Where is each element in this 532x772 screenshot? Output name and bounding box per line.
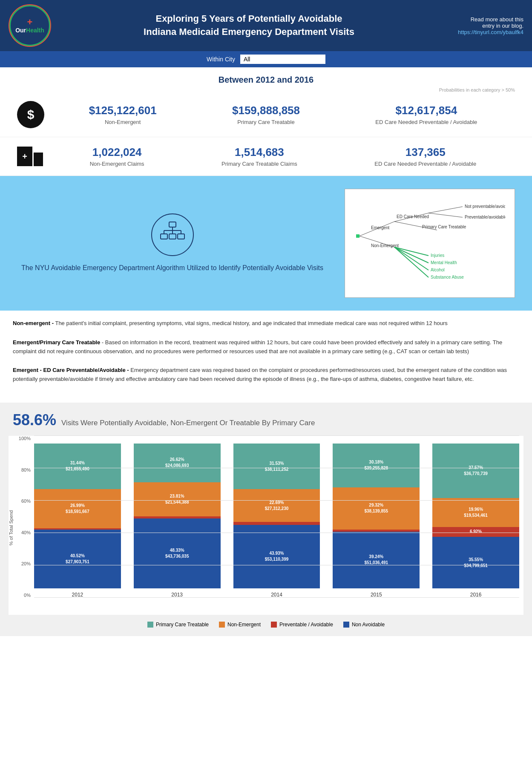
header-blog: Read more about this entry in our blog. … <box>447 16 523 35</box>
stacked-bar-2015: 30.18%$39,255,82829.32%$38,139,85539.24%… <box>333 444 420 588</box>
algo-diagram: Emergent ED Care Needed Not preventable/… <box>345 189 515 298</box>
algorithm-section: The NYU Avoidable Emergency Department A… <box>0 176 532 311</box>
bar-column-2014: 31.53%$38,111,25222.69%$27,312,23043.93%… <box>233 444 320 598</box>
bar-seg-primary-care: 37.57%$36,770,739 <box>432 444 519 498</box>
logo: + OurHealth <box>9 4 51 47</box>
legend-preventable-label: Preventable / Avoidable <box>279 622 333 628</box>
legend-primary-care-box <box>147 622 153 628</box>
legend-non-avoidable-label: Non Avoidable <box>352 622 385 628</box>
bar-year-label: 2013 <box>171 592 183 598</box>
stat-ed-care-dollar: $12,617,854 ED Care Needed Preventable /… <box>375 104 477 125</box>
prob-note: Probabilities in each category > 50% <box>0 87 532 92</box>
svg-text:Injuries: Injuries <box>431 253 444 258</box>
bar-seg-non-avoidable: 43.93%$53,110,399 <box>233 525 320 588</box>
header-filter: Within City <box>0 51 532 67</box>
svg-line-24 <box>394 247 428 263</box>
non-emergent-dollar-value: $125,122,601 <box>89 104 157 117</box>
blog-link[interactable]: https://tinyurl.com/ybaulfk4 <box>458 29 523 35</box>
bar-seg-non-emergent: 19.96%$19,534,461 <box>432 498 519 527</box>
stacked-bar-2013: 26.62%$24,086,69323.81%$21,544,38848.33%… <box>134 444 221 588</box>
primary-care-claims-label: Primary Care Treatable Claims <box>221 161 297 167</box>
between-years-label: Between 2012 and 2016 <box>0 67 532 86</box>
y-axis-label: % of Total Spend <box>9 510 14 546</box>
algo-text: The NYU Avoidable Emergency Department A… <box>17 263 328 273</box>
stacked-bar-2014: 31.53%$38,111,25222.69%$27,312,23043.93%… <box>233 444 320 588</box>
bar-seg-non-emergent: 26.99%$18,591,667 <box>34 489 121 528</box>
hospital-building-side <box>34 153 43 166</box>
svg-text:Not preventable/avoidable: Not preventable/avoidable <box>465 204 505 209</box>
svg-text:Alcohol: Alcohol <box>431 268 445 272</box>
bar-year-label: 2016 <box>470 592 482 598</box>
ed-care-dollar-value: $12,617,854 <box>375 104 477 117</box>
primary-care-claims-value: 1,514,683 <box>221 146 297 159</box>
org-chart-icon <box>158 220 187 250</box>
logo-cross: + <box>27 17 33 27</box>
chart-container: 100% 80% 60% 40% 20% 0% % of Total Spend… <box>9 436 523 615</box>
legend-non-emergent-box <box>219 622 225 628</box>
bar-seg-non-emergent: 29.32%$38,139,855 <box>333 487 420 530</box>
bar-seg-preventable: 6.92% <box>432 527 519 537</box>
bar-seg-non-avoidable: 48.33%$43,736,035 <box>134 519 221 588</box>
stacked-bar-2012: 31.44%$21,655,49026.99%$18,591,66740.52%… <box>34 444 121 588</box>
svg-text:Substance Abuse: Substance Abuse <box>431 275 464 279</box>
hospital-icon <box>17 147 51 166</box>
dollar-stats-items: $125,122,601 Non-Emergent $159,888,858 P… <box>51 104 515 125</box>
primary-care-dollar-label: Primary Care Treatable <box>232 119 300 125</box>
bar-column-2012: 31.44%$21,655,49026.99%$18,591,66740.52%… <box>34 444 121 598</box>
algo-icon <box>151 213 194 256</box>
desc-non-emergent: Non-emergent - The patient's initial com… <box>13 319 519 328</box>
svg-text:Primary Care Treatable: Primary Care Treatable <box>422 225 466 229</box>
algo-left: The NYU Avoidable Emergency Department A… <box>17 213 328 273</box>
non-emergent-claims-label: Non-Emergent Claims <box>90 161 144 167</box>
bar-column-2013: 26.62%$24,086,69323.81%$21,544,38848.33%… <box>134 444 221 598</box>
svg-rect-0 <box>169 222 176 227</box>
stacked-bar-2016: 37.57%$36,770,73919.96%$19,534,4616.92%3… <box>432 444 519 588</box>
ed-care-dollar-label: ED Care Needed Preventable / Avoidable <box>375 119 477 125</box>
svg-rect-7 <box>169 234 176 239</box>
claims-stats-items: 1,022,024 Non-Emergent Claims 1,514,683 … <box>51 146 515 167</box>
legend-preventable: Preventable / Avoidable <box>271 622 333 628</box>
hospital-icon-container <box>17 147 51 166</box>
stat-ed-care-claims: 137,365 ED Care Needed Preventable / Avo… <box>374 146 476 167</box>
bar-seg-primary-care: 26.62%$24,086,693 <box>134 444 221 482</box>
svg-line-26 <box>394 247 428 270</box>
city-filter-input[interactable] <box>240 55 325 64</box>
legend-non-avoidable-box <box>343 622 349 628</box>
bar-column-2016: 37.57%$36,770,73919.96%$19,534,4616.92%3… <box>432 444 519 598</box>
descriptions-section: Non-emergent - The patient's initial com… <box>0 311 532 403</box>
chart-legend: Primary Care Treatable Non-Emergent Prev… <box>9 622 523 628</box>
non-emergent-claims-value: 1,022,024 <box>90 146 144 159</box>
svg-line-16 <box>428 213 463 217</box>
logo-text: OurHealth <box>15 27 44 34</box>
legend-primary-care-label: Primary Care Treatable <box>156 622 209 628</box>
svg-rect-6 <box>161 234 167 239</box>
bar-seg-non-avoidable: 40.52%$27,903,751 <box>34 530 121 588</box>
dollar-icon: $ <box>17 101 44 128</box>
bar-seg-non-emergent: 22.69%$27,312,230 <box>233 489 320 522</box>
stat-primary-care-dollar: $159,888,858 Primary Care Treatable <box>232 104 300 125</box>
claims-stats-row: 1,022,024 Non-Emergent Claims 1,514,683 … <box>0 137 532 176</box>
stat-non-emergent-claims: 1,022,024 Non-Emergent Claims <box>90 146 144 167</box>
chart-pct-desc: Visits Were Potentially Avoidable, Non-E… <box>61 419 315 427</box>
algo-tree-svg: Emergent ED Care Needed Not preventable/… <box>352 196 505 290</box>
bar-year-label: 2015 <box>371 592 382 598</box>
svg-text:ED Care Needed: ED Care Needed <box>397 214 429 219</box>
bar-seg-primary-care: 31.53%$38,111,252 <box>233 444 320 489</box>
ed-care-claims-label: ED Care Needed Preventable / Avoidable <box>374 161 476 167</box>
emergent-term: Emergent/Primary Care Treatable <box>13 339 100 346</box>
non-emergent-dollar-label: Non-Emergent <box>89 119 157 125</box>
legend-non-emergent: Non-Emergent <box>219 622 261 628</box>
stat-non-emergent-dollar: $125,122,601 Non-Emergent <box>89 104 157 125</box>
hospital-building-main <box>17 147 32 166</box>
chart-headline: 58.6% Visits Were Potentially Avoidable,… <box>9 411 523 429</box>
svg-rect-8 <box>178 234 184 239</box>
primary-care-dollar-value: $159,888,858 <box>232 104 300 117</box>
svg-text:Emergent: Emergent <box>371 225 390 230</box>
header-title: Exploring 5 Years of Potentially Avoidab… <box>51 12 447 39</box>
desc-emergent: Emergent/Primary Care Treatable - Based … <box>13 338 519 356</box>
legend-non-avoidable: Non Avoidable <box>343 622 385 628</box>
dollar-stats-row: $ $125,122,601 Non-Emergent $159,888,858… <box>0 92 532 137</box>
bar-seg-primary-care: 30.18%$39,255,828 <box>333 444 420 487</box>
bar-year-label: 2012 <box>72 592 83 598</box>
legend-primary-care: Primary Care Treatable <box>147 622 209 628</box>
